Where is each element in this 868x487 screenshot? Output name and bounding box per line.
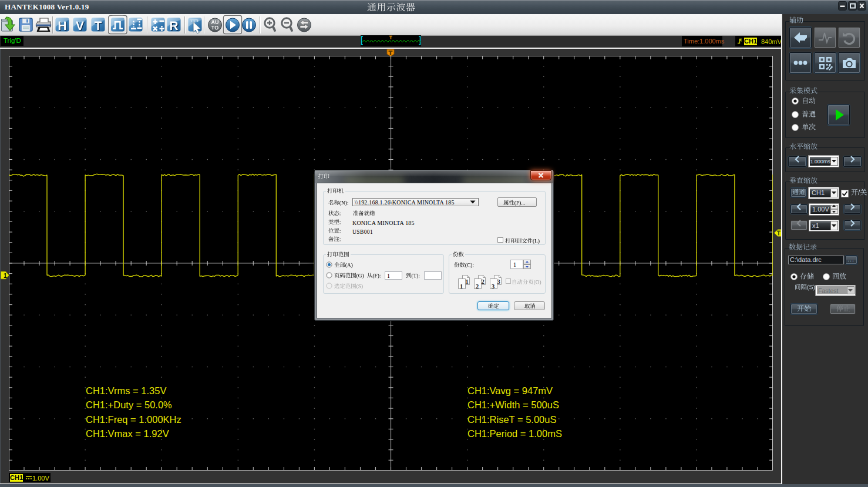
svg-text:2: 2 [482,278,485,285]
svg-text:2: 2 [476,283,479,290]
svg-text:3: 3 [497,278,500,285]
svg-text:1: 1 [460,283,463,290]
svg-text:3: 3 [492,283,494,290]
svg-text:1: 1 [4,273,7,279]
svg-text:1: 1 [466,278,469,285]
